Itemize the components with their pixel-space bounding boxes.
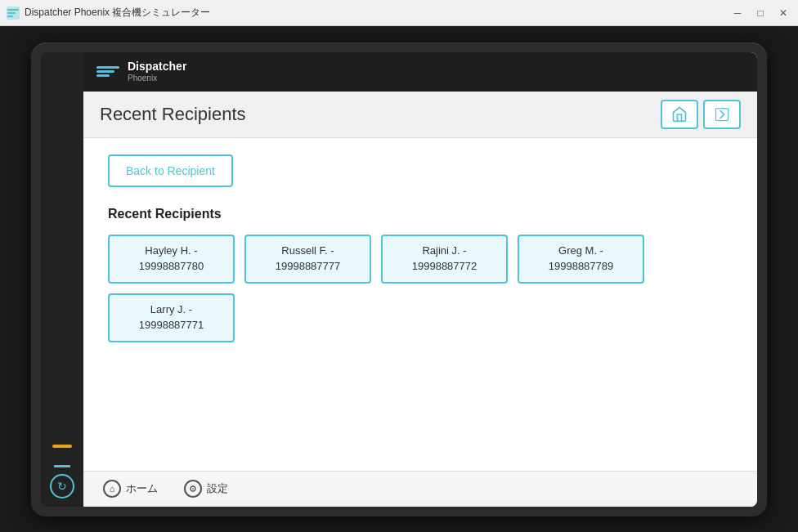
recipient-name-rajini: Rajini J. -19998887772 — [412, 244, 477, 273]
logo-icon — [96, 66, 119, 77]
settings-label: 設定 — [207, 481, 228, 496]
app-header: Dispatcher Phoenix — [83, 52, 757, 92]
recipient-card-greg[interactable]: Greg M. -19998887789 — [518, 235, 644, 284]
close-button[interactable]: ✕ — [775, 5, 791, 21]
recipient-name-russell: Russell F. -19998887777 — [276, 244, 341, 273]
title-bar-controls: ─ □ ✕ — [729, 5, 791, 21]
logo-title: Dispatcher — [128, 60, 186, 74]
minimize-button[interactable]: ─ — [729, 5, 746, 21]
header-buttons — [661, 100, 741, 129]
recipient-name-larry: Larry J. -19998887771 — [139, 302, 204, 332]
logo-subtitle: Phoenix — [128, 74, 186, 83]
content-header: Recent Recipients — [83, 92, 757, 138]
home-button[interactable] — [661, 100, 698, 129]
recipient-card-russell[interactable]: Russell F. -19998887777 — [244, 235, 371, 284]
maximize-button[interactable]: □ — [752, 5, 769, 21]
back-to-recipient-button[interactable]: Back to Recipient — [108, 154, 233, 187]
bottom-bar: ⌂ ホーム ⚙ 設定 — [83, 471, 757, 507]
settings-bottom-icon: ⚙ — [184, 480, 202, 498]
recipient-name-hayley: Hayley H. -19998887780 — [139, 244, 204, 273]
side-dash — [54, 465, 70, 467]
device-frame: ↻ Dispatcher Phoenix Recent Recipients — [0, 26, 798, 532]
title-bar-text: Dispatcher Phoenix 複合機シミュレーター — [25, 6, 210, 20]
recipient-name-greg: Greg M. -19998887789 — [549, 244, 614, 273]
home-bottom-icon: ⌂ — [103, 480, 121, 498]
side-panel: ↻ — [41, 52, 83, 507]
logo-text: Dispatcher Phoenix — [128, 60, 186, 83]
logo-line-2 — [96, 70, 114, 73]
tablet-frame: ↻ Dispatcher Phoenix Recent Recipients — [31, 42, 767, 516]
home-icon — [671, 106, 688, 123]
svg-rect-1 — [7, 9, 19, 11]
forward-icon — [714, 106, 730, 123]
forward-button[interactable] — [703, 100, 741, 129]
logo-line-3 — [96, 74, 110, 77]
recipient-card-hayley[interactable]: Hayley H. -19998887780 — [108, 235, 235, 284]
recipient-card-larry[interactable]: Larry J. -19998887771 — [108, 293, 235, 342]
screen: Dispatcher Phoenix Recent Recipients — [83, 52, 757, 507]
page-title: Recent Recipients — [100, 104, 246, 125]
logo-line-1 — [96, 66, 119, 69]
bottom-settings-item[interactable]: ⚙ 設定 — [184, 480, 228, 498]
title-bar: Dispatcher Phoenix 複合機シミュレーター ─ □ ✕ — [0, 0, 798, 26]
app-icon — [7, 7, 20, 20]
side-indicator — [52, 445, 72, 448]
svg-rect-4 — [716, 108, 729, 120]
recipients-grid: Hayley H. -19998887780 Russell F. -19998… — [108, 235, 733, 342]
svg-rect-3 — [7, 16, 13, 17]
recent-recipients-title: Recent Recipients — [108, 207, 733, 221]
recipient-card-rajini[interactable]: Rajini J. -19998887772 — [381, 235, 508, 284]
main-content: Back to Recipient Recent Recipients Hayl… — [83, 138, 757, 471]
bottom-home-item[interactable]: ⌂ ホーム — [103, 480, 158, 498]
svg-rect-2 — [7, 12, 16, 14]
home-label: ホーム — [126, 481, 158, 496]
side-refresh-icon[interactable]: ↻ — [50, 474, 74, 498]
